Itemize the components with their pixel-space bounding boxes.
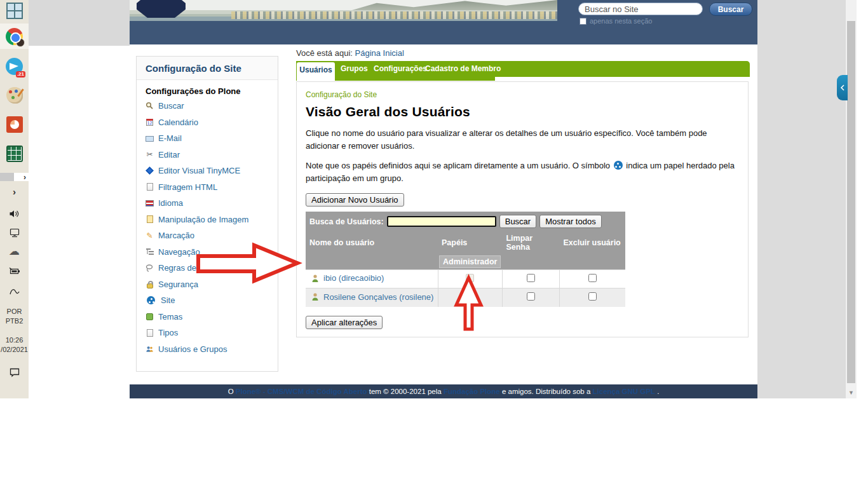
clock-time: 10:26 bbox=[6, 336, 24, 345]
sidebar-item-email[interactable]: E-Mail bbox=[146, 130, 269, 147]
language-indicator[interactable]: POR PTB2 bbox=[0, 305, 29, 328]
sidebar-item-label: Editor Visual TinyMCE bbox=[158, 166, 240, 175]
site-banner-photo bbox=[130, 0, 557, 21]
taskbar-scroll-thumb[interactable] bbox=[0, 173, 14, 181]
notification-bubble-icon bbox=[9, 367, 20, 377]
search-icon bbox=[146, 102, 154, 110]
sidebar-item-label: Segurança bbox=[158, 280, 198, 289]
email-icon bbox=[146, 134, 154, 142]
breadcrumb-home-link[interactable]: Página Inicial bbox=[355, 48, 404, 58]
delete-user-checkbox[interactable] bbox=[588, 292, 597, 301]
taskbar-powerpoint-button[interactable] bbox=[0, 114, 29, 135]
sidebar-item-idioma[interactable]: Idioma bbox=[146, 195, 269, 212]
taskbar-telegram-button[interactable]: .21 bbox=[0, 56, 29, 76]
connect-display-button[interactable] bbox=[0, 226, 29, 240]
cloud-icon: ☁ bbox=[9, 245, 20, 258]
column-header-delete-user: Excluir usuário bbox=[559, 231, 625, 254]
start-button[interactable] bbox=[0, 1, 29, 20]
intro-paragraph-2: Note que os papéis definidos aqui se apl… bbox=[306, 159, 739, 184]
battery-button[interactable] bbox=[0, 264, 29, 277]
reset-password-checkbox[interactable] bbox=[527, 274, 535, 282]
tab-configuracoes[interactable]: Configurações bbox=[374, 61, 427, 77]
sidebar-item-editor-tinymce[interactable]: Editor Visual TinyMCE bbox=[146, 163, 269, 179]
sidebar-item-manipulacao-imagem[interactable]: Manipulação de Imagem bbox=[146, 212, 269, 228]
clock[interactable]: 10:26 /02/2021 bbox=[0, 334, 29, 356]
tab-cadastro-de-membro[interactable]: Cadastro de Membro bbox=[425, 61, 501, 77]
footer-foundation-link[interactable]: Fundação Plone bbox=[444, 388, 500, 395]
clock-date: /02/2021 bbox=[1, 345, 28, 355]
taskbar-chrome-button[interactable] bbox=[0, 24, 29, 49]
browser-scrollbar[interactable]: ▼ bbox=[846, 0, 857, 398]
screenshot-root: .21 › › bbox=[0, 0, 868, 488]
admin-role-checkbox-disabled bbox=[466, 274, 474, 282]
portlet-title: Configuração do Site bbox=[146, 63, 241, 74]
sidebar-item-label: Marcação bbox=[158, 231, 194, 240]
sidebar-item-usuarios-grupos[interactable]: Usuários e Grupos bbox=[146, 341, 269, 358]
desktop-gray-area-right bbox=[757, 0, 846, 398]
sidebar-item-tipos[interactable]: Tipos bbox=[146, 325, 269, 341]
site-search-button[interactable]: Buscar bbox=[709, 3, 752, 16]
windows-taskbar: .21 › › bbox=[0, 0, 29, 398]
language-line2: PTB2 bbox=[6, 316, 24, 326]
user-icon bbox=[311, 274, 320, 283]
intro2-before: Note que os papéis definidos aqui se apl… bbox=[306, 161, 610, 170]
sidebar-item-calendario[interactable]: 12 Calendário bbox=[146, 114, 269, 131]
sidebar-item-filtragem-html[interactable]: Filtragem HTML bbox=[146, 179, 269, 196]
windows-ink-button[interactable] bbox=[0, 285, 29, 297]
parent-section-link[interactable]: Configuração do Site bbox=[306, 90, 377, 99]
user-search-button[interactable]: Buscar bbox=[499, 215, 536, 228]
site-logo-octagon bbox=[137, 0, 186, 18]
scrollbar-thumb[interactable] bbox=[847, 21, 855, 383]
show-all-button[interactable]: Mostrar todos bbox=[539, 215, 601, 228]
language-line1: POR bbox=[7, 307, 22, 316]
section-only-checkbox[interactable] bbox=[580, 18, 587, 25]
admin-role-checkbox-disabled bbox=[466, 292, 474, 301]
sidebar-item-label: Calendário bbox=[158, 118, 198, 127]
sidebar-item-label: Idioma bbox=[158, 198, 183, 208]
footer-plone-link[interactable]: Plone® - CMS/WCM de Código Aberto bbox=[236, 388, 367, 395]
sidebar-item-label: Usuários e Grupos bbox=[158, 344, 227, 354]
taskbar-scroll-strip[interactable]: › bbox=[0, 173, 29, 181]
onedrive-button[interactable]: ☁ bbox=[0, 245, 29, 257]
sidebar-item-seguranca[interactable]: Segurança bbox=[146, 276, 269, 293]
portlet-header: Configuração do Site bbox=[137, 57, 278, 80]
sidebar-item-buscar[interactable]: Buscar bbox=[146, 98, 269, 114]
profile-avatar bbox=[16, 38, 25, 47]
taskbar-paint-button[interactable] bbox=[0, 85, 29, 105]
sidebar-item-label: Site bbox=[161, 295, 175, 305]
banner-boats bbox=[231, 11, 557, 19]
users-icon bbox=[146, 345, 154, 353]
apply-changes-button[interactable]: Aplicar alterações bbox=[306, 316, 383, 329]
delete-user-checkbox[interactable] bbox=[588, 274, 597, 282]
telegram-icon: .21 bbox=[6, 58, 23, 75]
volume-button[interactable] bbox=[0, 207, 29, 220]
user-link[interactable]: ibio (direcaoibio) bbox=[323, 273, 384, 283]
add-user-button[interactable]: Adicionar Novo Usuário bbox=[306, 193, 404, 207]
side-panel-handle-button[interactable] bbox=[837, 75, 848, 100]
sidebar-item-site[interactable]: Site bbox=[146, 292, 269, 309]
breadcrumb-prefix: Você está aqui: bbox=[296, 48, 353, 58]
taskbar-excel-button[interactable] bbox=[0, 144, 29, 164]
sidebar-item-navegacao[interactable]: Navegação bbox=[146, 244, 269, 261]
sidebar-item-editar[interactable]: ✂ Editar bbox=[146, 147, 269, 163]
show-hidden-icons-button[interactable]: › bbox=[0, 186, 29, 196]
sidebar-item-temas[interactable]: Temas bbox=[146, 309, 269, 325]
column-header-roles: Papéis bbox=[438, 231, 502, 254]
user-search-input[interactable] bbox=[387, 216, 496, 227]
tab-grupos[interactable]: Grupos bbox=[341, 61, 368, 77]
footer-license-link[interactable]: Licença GNU GPL bbox=[593, 388, 655, 395]
inherited-role-icon bbox=[614, 161, 623, 170]
sidebar-item-label: Editar bbox=[158, 150, 180, 159]
user-link[interactable]: Rosilene Gonçalves (rosilene) bbox=[323, 292, 433, 302]
calendar-icon: 12 bbox=[146, 118, 154, 126]
reset-password-checkbox[interactable] bbox=[527, 292, 535, 301]
action-center-button[interactable] bbox=[0, 365, 29, 380]
sidebar-item-regras-conteudo[interactable]: Regras de Conteúdo bbox=[146, 260, 269, 276]
site-header: Buscar apenas nesta seção bbox=[130, 0, 757, 44]
site-search-input[interactable] bbox=[578, 3, 703, 15]
tab-usuarios[interactable]: Usuários bbox=[297, 62, 335, 81]
scrollbar-down-arrow[interactable]: ▼ bbox=[846, 388, 857, 397]
scissors-icon: ✂ bbox=[146, 151, 154, 159]
sidebar-item-marcacao[interactable]: ✎ Marcação bbox=[146, 227, 269, 244]
telegram-badge: .21 bbox=[16, 71, 25, 78]
